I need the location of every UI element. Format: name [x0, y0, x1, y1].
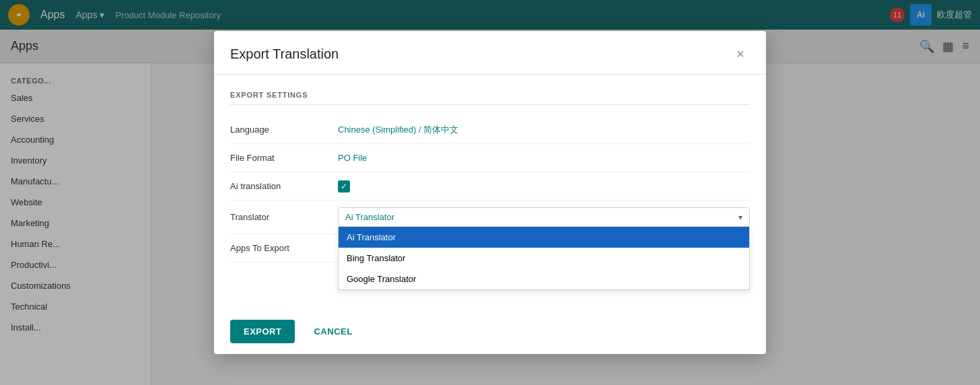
export-button[interactable]: EXPORT [230, 320, 295, 343]
file-format-value: PO File [338, 153, 750, 163]
translator-dropdown-container: Ai Translator ▾ Ai Translator Bing Trans… [338, 207, 750, 227]
file-format-row: File Format PO File [230, 144, 750, 172]
section-label: EXPORT SETTINGS [230, 91, 750, 105]
translator-dropdown[interactable]: Ai Translator ▾ [338, 207, 750, 227]
ai-translation-row: Ai translation [230, 172, 750, 201]
language-value: Chinese (Simplified) / 简体中文 [338, 124, 750, 136]
modal-footer: EXPORT CANCEL [214, 309, 766, 354]
translator-label: Translator [230, 212, 338, 222]
modal-overlay: Export Translation × EXPORT SETTINGS Lan… [0, 0, 980, 385]
translator-selected-value: Ai Translator [345, 212, 394, 222]
translator-dropdown-menu: Ai Translator Bing Translator Google Tra… [338, 227, 750, 290]
export-translation-modal: Export Translation × EXPORT SETTINGS Lan… [214, 31, 766, 354]
modal-title: Export Translation [230, 46, 339, 62]
translator-option-ai[interactable]: Ai Translator [339, 227, 749, 248]
translator-option-google[interactable]: Google Translator [339, 269, 749, 289]
ai-translation-checkbox[interactable] [338, 180, 350, 193]
file-format-label: File Format [230, 153, 338, 163]
close-button[interactable]: × [731, 44, 750, 63]
translator-option-bing[interactable]: Bing Translator [339, 248, 749, 269]
ai-translation-label: Ai translation [230, 181, 338, 191]
modal-body: EXPORT SETTINGS Language Chinese (Simpli… [214, 75, 766, 309]
cancel-button[interactable]: CANCEL [303, 320, 363, 343]
chevron-down-icon: ▾ [738, 213, 742, 222]
modal-header: Export Translation × [214, 31, 766, 75]
language-label: Language [230, 125, 338, 135]
language-row: Language Chinese (Simplified) / 简体中文 [230, 116, 750, 144]
apps-to-export-label: Apps To Export [230, 243, 338, 253]
app-background: Apps Apps ▾ Product Module Repository 11… [0, 0, 980, 385]
translator-row: Translator Ai Translator ▾ Ai Translator… [230, 201, 750, 234]
